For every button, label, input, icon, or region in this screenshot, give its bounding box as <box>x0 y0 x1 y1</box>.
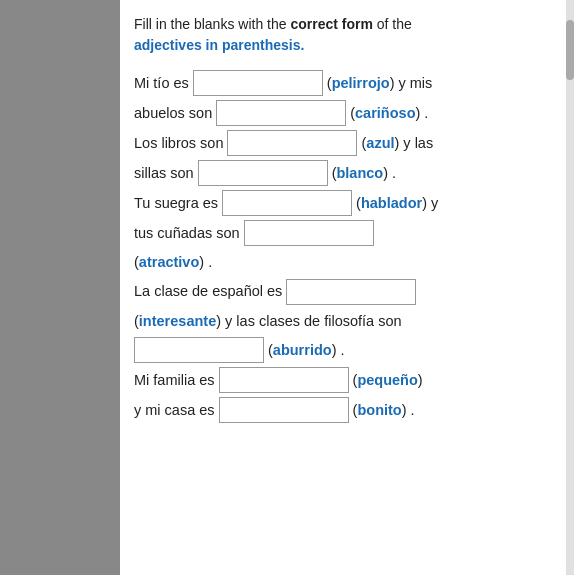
hint-s2-2: (cariñoso) <box>350 101 420 126</box>
left-sidebar <box>0 0 120 575</box>
fill-input-s10-0[interactable] <box>134 337 264 363</box>
fill-input-s12-1[interactable] <box>219 397 349 423</box>
sentence-line-s9: (interesante)y las clases de filosofía s… <box>134 309 556 334</box>
hint-s7-0: (atractivo) <box>134 250 204 275</box>
text-segment-s5-0: Tu suegra es <box>134 191 218 216</box>
text-segment-s2-0: abuelos son <box>134 101 212 126</box>
fill-input-s8-1[interactable] <box>286 279 416 305</box>
hint-s10-1: (aburrido) <box>268 338 337 363</box>
sentence-line-s2: abuelos son(cariñoso). <box>134 100 556 126</box>
page-container: Fill in the blanks with the correct form… <box>0 0 574 575</box>
hint-s12-2: (bonito) <box>353 398 407 423</box>
exercise-area: Mi tío es(pelirrojo)y misabuelos son(car… <box>134 70 556 423</box>
sentence-line-s8: La clase de español es <box>134 279 556 305</box>
text-segment-s1-3: y mis <box>399 71 433 96</box>
sentence-line-s11: Mi familia es(pequeño) <box>134 367 556 393</box>
text-segment-s1-0: Mi tío es <box>134 71 189 96</box>
sentence-line-s5: Tu suegra es(hablador)y <box>134 190 556 216</box>
text-segment-s11-0: Mi familia es <box>134 368 215 393</box>
sentence-line-s1: Mi tío es(pelirrojo)y mis <box>134 70 556 96</box>
sentence-line-s7: (atractivo). <box>134 250 556 275</box>
text-segment-s6-0: tus cuñadas son <box>134 221 240 246</box>
fill-input-s4-1[interactable] <box>198 160 328 186</box>
text-segment-s5-3: y <box>431 191 438 216</box>
fill-input-s1-1[interactable] <box>193 70 323 96</box>
sentence-line-s3: Los libros son(azul)y las <box>134 130 556 156</box>
adjectives-link[interactable]: adjectives in parenthesis. <box>134 37 304 53</box>
instructions-prefix: Fill in the blanks with the <box>134 16 290 32</box>
sentence-line-s4: sillas son(blanco). <box>134 160 556 186</box>
text-segment-s9-1: y las clases de filosofía son <box>225 309 402 334</box>
text-segment-s10-2: . <box>341 338 345 363</box>
fill-input-s2-1[interactable] <box>216 100 346 126</box>
instructions-bold: correct form <box>290 16 372 32</box>
hint-s5-2: (hablador) <box>356 191 427 216</box>
hint-s11-2: (pequeño) <box>353 368 423 393</box>
text-segment-s4-0: sillas son <box>134 161 194 186</box>
scrollbar[interactable] <box>566 0 574 575</box>
fill-input-s5-1[interactable] <box>222 190 352 216</box>
hint-s3-2: (azul) <box>361 131 399 156</box>
text-segment-s4-3: . <box>392 161 396 186</box>
fill-input-s3-1[interactable] <box>227 130 357 156</box>
scrollbar-thumb <box>566 20 574 80</box>
text-segment-s7-1: . <box>208 250 212 275</box>
text-segment-s12-0: y mi casa es <box>134 398 215 423</box>
text-segment-s12-3: . <box>411 398 415 423</box>
hint-s1-2: (pelirrojo) <box>327 71 395 96</box>
instructions-suffix: of the <box>373 16 412 32</box>
fill-input-s11-1[interactable] <box>219 367 349 393</box>
sentence-line-s10: (aburrido). <box>134 337 556 363</box>
fill-input-s6-1[interactable] <box>244 220 374 246</box>
sentence-line-s6: tus cuñadas son <box>134 220 556 246</box>
text-segment-s3-3: y las <box>403 131 433 156</box>
main-content: Fill in the blanks with the correct form… <box>120 0 574 575</box>
instructions: Fill in the blanks with the correct form… <box>134 14 556 56</box>
text-segment-s3-0: Los libros son <box>134 131 223 156</box>
text-segment-s2-3: . <box>424 101 428 126</box>
sentence-line-s12: y mi casa es(bonito). <box>134 397 556 423</box>
text-segment-s8-0: La clase de español es <box>134 279 282 304</box>
hint-s4-2: (blanco) <box>332 161 388 186</box>
hint-s9-0: (interesante) <box>134 309 221 334</box>
